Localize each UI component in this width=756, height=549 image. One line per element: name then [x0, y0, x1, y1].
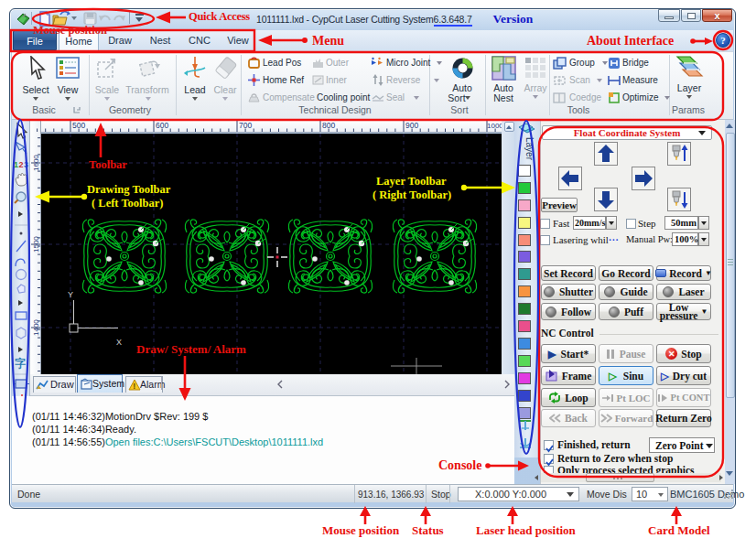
svg-text:1: 1	[14, 160, 18, 169]
svg-text:500: 500	[72, 121, 85, 130]
svg-text:3: 3	[24, 160, 28, 169]
svg-text:1600: 1600	[32, 155, 40, 171]
svg-text:1400: 1400	[32, 319, 40, 336]
svg-text:900: 900	[405, 121, 418, 130]
svg-text:1500: 1500	[32, 236, 40, 253]
svg-text:700: 700	[239, 121, 252, 130]
svg-text:X: X	[116, 338, 122, 347]
svg-text:字: 字	[15, 357, 26, 370]
svg-text:600: 600	[156, 121, 168, 130]
svg-text:2: 2	[19, 160, 24, 169]
svg-text:!: !	[133, 382, 135, 391]
svg-text:800: 800	[322, 121, 335, 130]
svg-text:Y: Y	[68, 290, 73, 299]
